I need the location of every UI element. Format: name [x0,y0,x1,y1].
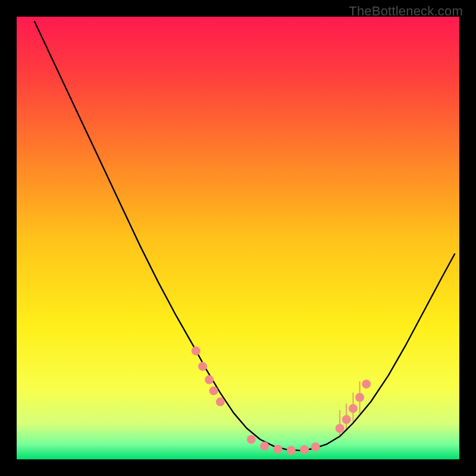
chart-background [17,17,459,459]
marker-dot [342,415,351,424]
chart-plot-area [17,17,459,459]
marker-dot [260,441,269,450]
marker-dot [198,362,207,371]
marker-dot [300,445,309,454]
watermark-text: TheBottleneck.com [349,4,463,19]
marker-dot [192,346,201,355]
marker-dot [311,443,320,452]
marker-dot [205,375,214,384]
marker-dot [209,386,218,395]
marker-dot [362,380,371,389]
marker-dot [349,404,358,413]
marker-dot [273,444,282,453]
marker-dot [355,393,364,402]
marker-dot [216,397,225,406]
marker-dot [287,446,296,455]
marker-dot [336,424,345,433]
marker-dot [247,435,256,444]
chart-svg [17,17,459,459]
